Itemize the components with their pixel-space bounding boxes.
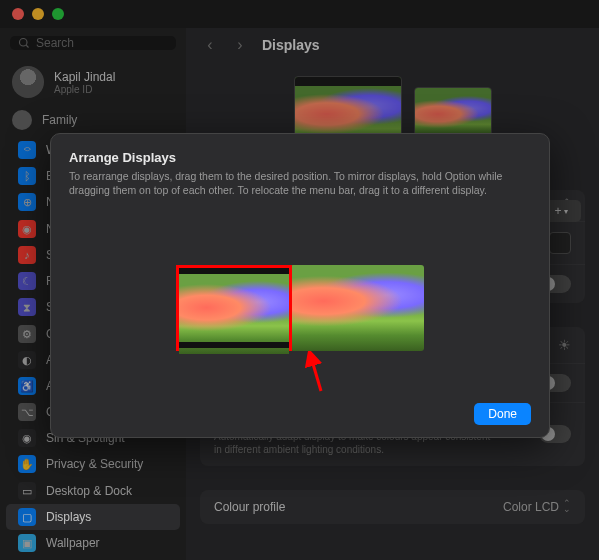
focus-icon: ☾ xyxy=(18,272,36,290)
control-centre-icon: ⌥ xyxy=(18,403,36,421)
notifications-icon: ◉ xyxy=(18,220,36,238)
svg-line-1 xyxy=(26,45,28,47)
family-icon xyxy=(12,110,32,130)
setting-label: Colour profile xyxy=(214,500,285,514)
svg-point-0 xyxy=(20,39,28,47)
annotation-arrow xyxy=(303,351,333,395)
accessibility-icon: ♿ xyxy=(18,377,36,395)
maximize-window[interactable] xyxy=(52,8,64,20)
sidebar-item-displays[interactable]: ▢Displays xyxy=(6,504,180,530)
user-sub: Apple ID xyxy=(54,84,115,95)
color-swatch[interactable] xyxy=(549,232,571,254)
plus-icon: + xyxy=(554,204,561,218)
popover-desc: To rearrange displays, drag them to the … xyxy=(69,169,531,197)
network-icon: ⊕ xyxy=(18,193,36,211)
sidebar-family[interactable]: Family xyxy=(0,104,186,136)
arrange-canvas[interactable] xyxy=(69,223,531,393)
popover-title: Arrange Displays xyxy=(69,150,531,165)
arrange-display-2[interactable] xyxy=(290,265,424,351)
settings-group-colour: Colour profile Color LCD ⌃⌄ xyxy=(200,490,585,524)
updown-icon: ⌃⌄ xyxy=(563,501,571,512)
page-title: Displays xyxy=(262,37,320,53)
arrange-display-1[interactable] xyxy=(176,265,292,351)
search-icon xyxy=(18,37,30,49)
screentime-icon: ⧗ xyxy=(18,298,36,316)
family-label: Family xyxy=(42,113,77,127)
display-wallpaper xyxy=(290,265,424,351)
done-button[interactable]: Done xyxy=(474,403,531,425)
search-placeholder: Search xyxy=(36,36,74,50)
close-window[interactable] xyxy=(12,8,24,20)
wifi-icon: ⌔ xyxy=(18,141,36,159)
forward-button: › xyxy=(232,36,248,54)
gear-icon: ⚙ xyxy=(18,325,36,343)
select-value: Color LCD xyxy=(503,500,559,514)
sidebar-item-wallpaper[interactable]: ▣Wallpaper xyxy=(6,530,180,556)
search-input[interactable]: Search xyxy=(10,36,176,50)
bluetooth-icon: ᛒ xyxy=(18,167,36,185)
siri-icon: ◉ xyxy=(18,429,36,447)
arrange-displays-popover: Arrange Displays To rearrange displays, … xyxy=(50,133,550,438)
sidebar-item-desktop[interactable]: ▭Desktop & Dock xyxy=(6,478,180,504)
avatar xyxy=(12,66,44,98)
user-name: Kapil Jindal xyxy=(54,70,115,84)
sun-icon: ☀ xyxy=(558,337,571,353)
back-button[interactable]: ‹ xyxy=(202,36,218,54)
displays-icon: ▢ xyxy=(18,508,36,526)
desktop-icon: ▭ xyxy=(18,482,36,500)
wallpaper-icon: ▣ xyxy=(18,534,36,552)
chevron-down-icon: ▾ xyxy=(564,207,568,216)
svg-line-2 xyxy=(311,357,321,391)
minimize-window[interactable] xyxy=(32,8,44,20)
privacy-icon: ✋ xyxy=(18,455,36,473)
sidebar-user[interactable]: Kapil Jindal Apple ID xyxy=(0,60,186,104)
titlebar xyxy=(0,0,599,28)
sound-icon: ♪ xyxy=(18,246,36,264)
appearance-icon: ◐ xyxy=(18,351,36,369)
setting-row-colour-profile[interactable]: Colour profile Color LCD ⌃⌄ xyxy=(200,490,585,524)
sidebar-item-privacy[interactable]: ✋Privacy & Security xyxy=(6,451,180,477)
